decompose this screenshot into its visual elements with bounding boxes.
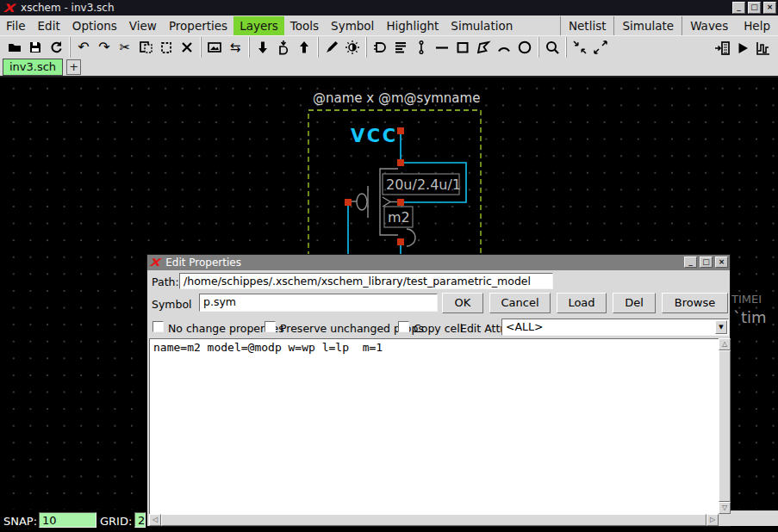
netlist-button[interactable]: [712, 38, 732, 58]
swap-button[interactable]: ⇆: [225, 38, 246, 58]
size-label[interactable]: 20u/2.4u/1: [386, 176, 461, 193]
tab-inv3-sch[interactable]: inv3.sch: [3, 59, 63, 76]
scroll-right-icon[interactable]: ▷: [706, 514, 719, 526]
undo-button[interactable]: ↶: [73, 38, 94, 58]
menu-waves[interactable]: Waves: [682, 16, 736, 35]
vcc-net-label[interactable]: VCC: [351, 126, 398, 146]
load-button[interactable]: Load: [557, 293, 607, 313]
menu-simulation[interactable]: Simulation: [445, 16, 519, 35]
close-button[interactable]: ×: [715, 257, 728, 268]
link-icon: [414, 40, 429, 55]
snap-input[interactable]: 10: [39, 512, 96, 528]
polygon-button[interactable]: [473, 38, 494, 58]
properties-textarea[interactable]: name=m2 model=@modp w=wp l=lp m=1: [149, 338, 719, 514]
dialog-titlebar[interactable]: X Edit Properties _□×: [147, 255, 730, 270]
menu-edit[interactable]: Edit: [32, 16, 66, 35]
horizontal-scroll-thumb[interactable]: [161, 514, 706, 526]
zoom-compress-button[interactable]: [569, 38, 590, 58]
swap-icon: ⇆: [227, 40, 243, 55]
cancel-button[interactable]: Cancel: [489, 293, 551, 313]
path-label: Path:: [152, 275, 179, 288]
reload-button[interactable]: [46, 38, 66, 58]
wire-button[interactable]: [432, 38, 452, 58]
xschem-logo-icon: X: [150, 257, 160, 269]
link-button[interactable]: [411, 38, 432, 58]
pop-up-icon: [296, 40, 312, 55]
no-change-properties-checkbox[interactable]: [152, 321, 164, 332]
path-input[interactable]: /home/schippes/.xschem/xschem_library/te…: [179, 273, 553, 289]
dialog-button-row: OKCancelLoadDelBrowse: [442, 293, 728, 313]
paste-icon: [159, 40, 174, 55]
del-button[interactable]: Del: [613, 293, 656, 313]
toolbar: ↶↷✂⇆: [0, 35, 778, 59]
menu-highlight[interactable]: Highlight: [380, 16, 445, 35]
zoom-compress-icon: [572, 40, 588, 55]
copy-icon: [138, 40, 153, 55]
image-button[interactable]: [204, 38, 225, 58]
symbol-down-button[interactable]: [273, 38, 294, 58]
redo-icon: ↷: [96, 40, 112, 55]
xschem-window: X xschem - inv3.sch _□× FileEditOptionsV…: [0, 0, 778, 532]
text-lines-button[interactable]: [390, 38, 411, 58]
horizontal-scrollbar[interactable]: ◁ ▷: [149, 514, 719, 526]
preserve-unchanged-props-checkbox[interactable]: [265, 321, 276, 332]
push-down-button[interactable]: [252, 38, 273, 58]
statusbar-right-panel: [731, 510, 778, 526]
new-tab-button[interactable]: +: [66, 59, 81, 75]
save-button[interactable]: [25, 38, 46, 58]
vertical-scrollbar[interactable]: △ ▽: [719, 338, 731, 514]
waves-button[interactable]: [753, 38, 774, 58]
contrast-button[interactable]: [342, 38, 363, 58]
ok-button[interactable]: OK: [442, 293, 483, 313]
minimize-button[interactable]: _: [684, 257, 697, 268]
symbol-down-icon: [276, 40, 291, 55]
search-button[interactable]: [542, 38, 563, 58]
waves-icon: [756, 40, 771, 56]
combo-dropdown-icon[interactable]: ▼: [715, 320, 727, 334]
open-button[interactable]: [4, 38, 25, 58]
menu-simulate[interactable]: Simulate: [613, 16, 682, 35]
delete-button[interactable]: [177, 38, 197, 58]
zoom-expand-button[interactable]: [590, 38, 611, 58]
maximize-button[interactable]: □: [700, 257, 713, 268]
instance-title-text[interactable]: @name x @m@symname: [313, 90, 480, 106]
pop-up-button[interactable]: [294, 38, 314, 58]
xschem-logo-icon: X: [3, 2, 14, 15]
browse-button[interactable]: Browse: [662, 293, 728, 313]
instance-name-label[interactable]: m2: [388, 209, 410, 226]
redo-button[interactable]: ↷: [94, 38, 115, 58]
scroll-down-icon[interactable]: ▽: [719, 502, 731, 514]
arc-button[interactable]: [494, 38, 514, 58]
edit-attr-combobox[interactable]: <ALL> ▼: [501, 319, 729, 336]
menu-layers[interactable]: Layers: [233, 16, 284, 35]
symbol-input[interactable]: p.sym: [199, 294, 438, 312]
menu-symbol[interactable]: Symbol: [325, 16, 380, 35]
play-button[interactable]: [732, 38, 753, 58]
copy-button[interactable]: [135, 38, 156, 58]
scrollbar-corner: [719, 514, 731, 526]
menu-help[interactable]: Help: [736, 16, 778, 35]
menu-properties[interactable]: Properties: [163, 16, 233, 35]
grid-input[interactable]: 2: [134, 512, 146, 528]
menu-file[interactable]: File: [0, 16, 32, 35]
rect-button[interactable]: [452, 38, 473, 58]
menu-view[interactable]: View: [123, 16, 163, 35]
scroll-left-icon[interactable]: ◁: [149, 514, 161, 526]
vertical-scroll-thumb[interactable]: [719, 350, 731, 502]
copy-cell-checkbox[interactable]: [398, 321, 409, 332]
component-button[interactable]: [370, 38, 390, 58]
minimize-button[interactable]: _: [732, 2, 745, 14]
draw-button[interactable]: [321, 38, 342, 58]
circle-button[interactable]: [514, 38, 535, 58]
arc-icon: [496, 40, 512, 55]
paste-button[interactable]: [156, 38, 177, 58]
tabbar: inv3.sch +: [0, 59, 778, 77]
edit-properties-dialog: X Edit Properties _□× Path: /home/schipp…: [146, 254, 731, 527]
cut-button[interactable]: ✂: [115, 38, 135, 58]
menu-tools[interactable]: Tools: [284, 16, 325, 35]
menu-options[interactable]: Options: [66, 16, 123, 35]
scroll-up-icon[interactable]: △: [719, 338, 731, 350]
menu-netlist[interactable]: Netlist: [560, 16, 614, 35]
close-button[interactable]: ×: [763, 2, 776, 14]
maximize-button[interactable]: □: [748, 2, 761, 14]
